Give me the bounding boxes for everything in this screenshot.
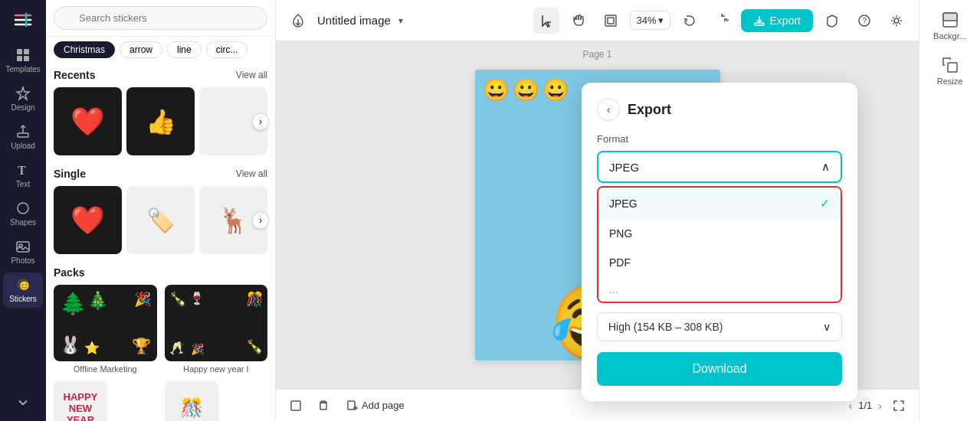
download-button[interactable]: Download <box>597 352 842 386</box>
background-panel-button[interactable]: Backgr... <box>924 6 976 45</box>
sidebar: Templates Design Upload T Text Shapes <box>0 0 46 421</box>
dropdown-chevron-up-icon: ∧ <box>821 160 830 174</box>
document-title: Untitled image <box>317 14 391 27</box>
svg-text:T: T <box>18 164 26 177</box>
svg-point-22 <box>894 18 899 23</box>
search-bar: 🔍 <box>46 0 275 37</box>
save-cloud-button[interactable] <box>285 8 311 34</box>
frame-tool-button[interactable] <box>598 8 624 34</box>
title-chevron-icon[interactable]: ▾ <box>398 15 403 26</box>
sidebar-item-design[interactable]: Design <box>3 81 43 116</box>
format-dropdown[interactable]: JPEG ∧ <box>597 151 842 183</box>
svg-rect-30 <box>948 63 957 72</box>
add-page-label: Add page <box>362 400 405 411</box>
format-option-more: ... <box>598 277 841 302</box>
packs-header: Packs <box>54 266 267 279</box>
recents-grid: ❤️ 👍 <box>54 87 267 155</box>
filter-tag-line[interactable]: line <box>167 41 202 58</box>
pack-item-offline[interactable]: 🌲 🎄 🎉 🐰 ⭐ 🏆 Offline Marketing <box>54 285 157 374</box>
svg-rect-29 <box>943 13 957 21</box>
redo-button[interactable] <box>709 8 735 34</box>
panel-content: Recents View all ❤️ 👍 › Single View all <box>46 63 275 421</box>
recents-nav-right[interactable]: › <box>252 113 269 130</box>
format-pdf-label: PDF <box>609 256 631 269</box>
svg-rect-7 <box>24 56 29 61</box>
svg-rect-19 <box>755 23 764 25</box>
sidebar-item-shapes[interactable]: Shapes <box>3 196 43 231</box>
packs-title: Packs <box>54 266 84 279</box>
next-page-button[interactable]: › <box>878 400 882 412</box>
sidebar-expand[interactable] <box>3 390 43 415</box>
background-label: Backgr... <box>933 31 966 41</box>
format-jpeg-label: JPEG <box>609 197 637 210</box>
sidebar-item-upload[interactable]: Upload <box>3 119 43 155</box>
sticker-newyear-img1[interactable]: HAPPYNEWYEAR <box>54 381 107 421</box>
sidebar-item-templates[interactable]: Templates <box>3 43 43 78</box>
app-logo <box>9 6 37 34</box>
add-page-button[interactable]: Add page <box>340 397 411 415</box>
svg-rect-23 <box>291 401 300 410</box>
sticker-cell-thumbsup[interactable]: 👍 <box>126 87 195 155</box>
single-view-all[interactable]: View all <box>236 168 267 179</box>
sticker-single-heart[interactable]: ❤️ <box>54 186 122 254</box>
format-option-png[interactable]: PNG <box>598 219 841 248</box>
export-label: Export <box>770 15 801 27</box>
svg-rect-5 <box>24 49 29 54</box>
filter-tag-circle[interactable]: circ... <box>206 41 248 58</box>
sticker-cell-heart[interactable]: ❤️ <box>54 87 122 155</box>
filter-tag-arrow[interactable]: arrow <box>120 41 162 58</box>
delete-page-button[interactable] <box>313 395 334 416</box>
export-header: ‹ Export <box>597 98 842 121</box>
sticker-newyear-img2[interactable]: 🎊 <box>165 381 218 421</box>
shield-button[interactable] <box>819 8 845 34</box>
export-title: Export <box>628 102 671 118</box>
svg-text:?: ? <box>863 17 867 25</box>
sidebar-item-stickers[interactable]: 😊 Stickers <box>3 273 43 308</box>
svg-marker-8 <box>17 87 29 100</box>
format-label: Format <box>597 133 842 145</box>
format-option-pdf[interactable]: PDF <box>598 248 841 277</box>
selected-format: JPEG <box>609 161 639 174</box>
search-input[interactable] <box>54 6 267 30</box>
help-button[interactable]: ? <box>851 8 877 34</box>
settings-button[interactable] <box>883 8 910 34</box>
svg-text:😊: 😊 <box>19 280 30 291</box>
single-header: Single View all <box>54 168 267 180</box>
resize-panel-button[interactable]: Resize <box>924 51 976 90</box>
pack-item-newyear[interactable]: 🍾 🍷 🎊 🥂 🎉 🍾 Happy new year I <box>165 285 268 374</box>
export-back-button[interactable]: ‹ <box>597 98 620 121</box>
export-panel: ‹ Export Format JPEG ∧ JPEG ✓ PNG PDF <box>582 83 857 401</box>
canvas-area: Page 1 😀😀😀 😂 ‹ Export Format JPEG ∧ <box>276 41 919 389</box>
hand-tool-button[interactable] <box>565 8 592 34</box>
recents-view-all[interactable]: View all <box>236 70 267 80</box>
export-button[interactable]: Export <box>741 9 813 32</box>
fullscreen-button[interactable] <box>888 395 910 416</box>
recents-header: Recents View all <box>54 69 267 81</box>
undo-button[interactable] <box>677 8 703 34</box>
svg-rect-18 <box>608 18 614 24</box>
single-nav-right[interactable]: › <box>252 212 269 229</box>
svg-rect-9 <box>18 133 28 137</box>
sticker-panel: 🔍 Christmas arrow line circ... Recents V… <box>46 0 276 421</box>
zoom-control[interactable]: 34% ▾ <box>630 11 670 30</box>
svg-rect-17 <box>605 15 616 26</box>
download-label: Download <box>692 362 746 375</box>
sticker-single-sale[interactable]: 🏷️ <box>126 186 195 254</box>
quality-dropdown[interactable]: High (154 KB – 308 KB) ∨ <box>597 312 842 341</box>
resize-label: Resize <box>937 77 963 86</box>
filter-tag-christmas[interactable]: Christmas <box>54 41 115 58</box>
page-settings-icon[interactable] <box>285 395 306 416</box>
sidebar-item-photos[interactable]: Photos <box>3 234 43 269</box>
select-tool-button[interactable] <box>533 8 559 34</box>
main-area: Untitled image ▾ 34% ▾ <box>276 0 919 421</box>
format-option-jpeg[interactable]: JPEG ✓ <box>598 188 841 219</box>
page-navigation: ‹ 1/1 › <box>849 400 882 412</box>
filter-tags: Christmas arrow line circ... <box>46 37 275 63</box>
top-bar: Untitled image ▾ 34% ▾ <box>276 0 919 41</box>
sidebar-item-text[interactable]: T Text <box>3 158 43 193</box>
svg-rect-24 <box>320 403 326 410</box>
single-grid: ❤️ 🏷️ 🦌 <box>54 186 267 254</box>
recents-title: Recents <box>54 69 95 81</box>
page-label: Page 1 <box>582 49 611 60</box>
format-png-label: PNG <box>609 227 632 240</box>
